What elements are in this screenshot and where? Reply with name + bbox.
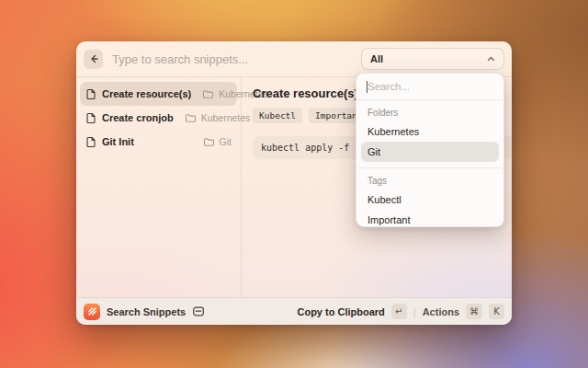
snippet-title: Create resource(s) xyxy=(102,88,191,99)
document-icon xyxy=(85,88,96,100)
filter-value: All xyxy=(370,53,383,64)
copy-to-clipboard-button[interactable]: Copy to Clipboard xyxy=(297,306,384,317)
dropdown-search-row xyxy=(356,74,503,100)
snippet-row-git-init[interactable]: Git Init Git xyxy=(80,130,237,154)
snippet-row-create-resources[interactable]: Create resource(s) Kubernetes xyxy=(80,82,237,106)
snippet-list: Create resource(s) Kubernetes Create cro… xyxy=(76,77,242,297)
command-key-badge: ⌘ xyxy=(466,304,482,319)
document-icon xyxy=(85,136,96,148)
tag-badge: Kubectl xyxy=(253,108,302,123)
snippet-folder: Git xyxy=(220,136,232,147)
dropdown-section-tags: Tags xyxy=(356,168,503,190)
actions-button[interactable]: Actions xyxy=(423,306,459,317)
document-icon xyxy=(85,112,96,124)
snippet-title: Create cronjob xyxy=(102,112,174,123)
snippet-row-create-cronjob[interactable]: Create cronjob Kubernetes xyxy=(80,106,237,130)
folder-icon xyxy=(202,89,213,99)
desktop-background: All Create resource(s) xyxy=(0,0,588,368)
return-key-badge: ↵ xyxy=(391,304,407,319)
dropdown-item-git[interactable]: Git xyxy=(361,142,499,162)
dropdown-search-input[interactable] xyxy=(356,81,503,92)
footer-bar: Search Snippets Copy to Clipboard ↵ | Ac… xyxy=(76,297,512,325)
snippets-icon xyxy=(192,305,205,317)
back-button[interactable] xyxy=(84,50,103,69)
arrow-left-icon xyxy=(88,53,99,64)
filter-dropdown-button[interactable]: All xyxy=(361,48,504,70)
k-key-badge: K xyxy=(489,304,504,319)
dropdown-item-kubectl[interactable]: Kubectl xyxy=(361,190,499,210)
filter-dropdown-panel: Folders Kubernetes Git Tags Kubectl Impo… xyxy=(356,73,504,227)
folder-icon xyxy=(203,137,214,147)
snippet-title: Git Init xyxy=(102,136,134,147)
dropdown-section-folders: Folders xyxy=(356,100,503,121)
dropdown-item-important[interactable]: Important xyxy=(361,210,499,227)
raycast-logo-icon xyxy=(84,304,100,320)
dropdown-item-kubernetes[interactable]: Kubernetes xyxy=(361,121,499,142)
text-caret xyxy=(367,81,368,93)
snippets-window: All Create resource(s) xyxy=(76,41,512,325)
app-name: Search Snippets xyxy=(107,306,186,317)
folder-icon xyxy=(185,113,196,123)
chevron-up-icon xyxy=(487,56,495,62)
footer-divider: | xyxy=(413,306,416,317)
